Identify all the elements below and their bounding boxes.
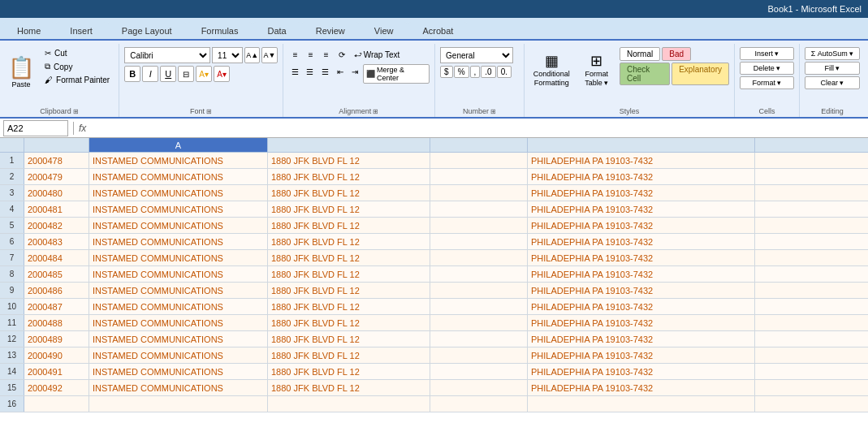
cell-city[interactable]: PHILADEPHIA PA 19103-7432 xyxy=(528,169,755,184)
tab-acrobat[interactable]: Acrobat xyxy=(408,22,467,39)
decrease-font-size-button[interactable]: A▼ xyxy=(261,47,277,63)
col-header-c[interactable] xyxy=(430,138,528,152)
font-name-select[interactable]: Calibri xyxy=(124,47,210,63)
tab-page-layout[interactable]: Page Layout xyxy=(108,22,186,39)
cell-city[interactable]: PHILADEPHIA PA 19103-7432 xyxy=(528,218,755,233)
cell-address[interactable]: 1880 JFK BLVD FL 12 xyxy=(268,364,430,379)
cell-empty[interactable] xyxy=(430,250,528,265)
number-expand-icon[interactable]: ⊞ xyxy=(490,108,496,115)
align-center-button[interactable]: ☰ xyxy=(303,64,317,79)
conditional-formatting-button[interactable]: ▦ ConditionalFormatting xyxy=(529,47,573,93)
cell-city[interactable]: PHILADEPHIA PA 19103-7432 xyxy=(528,185,755,201)
cell-id[interactable]: 2000479 xyxy=(24,169,89,184)
format-painter-button[interactable]: 🖌 Format Painter xyxy=(41,74,114,86)
col-header-a[interactable]: A xyxy=(89,138,268,152)
cell-address[interactable]: 1880 JFK BLVD FL 12 xyxy=(268,153,430,168)
comma-button[interactable]: , xyxy=(470,66,481,78)
fill-button[interactable]: Fill ▾ xyxy=(805,62,860,75)
cell-name[interactable]: INSTAMED COMMUNICATIONS xyxy=(89,153,268,168)
cell-empty[interactable] xyxy=(430,153,528,168)
align-right-button[interactable]: ☰ xyxy=(318,64,332,79)
cell-name[interactable]: INSTAMED COMMUNICATIONS xyxy=(89,218,268,233)
italic-button[interactable]: I xyxy=(142,66,158,82)
cell-name[interactable]: INSTAMED COMMUNICATIONS xyxy=(89,250,268,265)
clear-button[interactable]: Clear ▾ xyxy=(805,76,860,89)
cell-name[interactable]: INSTAMED COMMUNICATIONS xyxy=(89,185,268,201)
tab-home[interactable]: Home xyxy=(3,22,54,39)
cell-address[interactable]: 1880 JFK BLVD FL 12 xyxy=(268,380,430,395)
align-top-left-button[interactable]: ≡ xyxy=(288,47,303,62)
cell-name[interactable]: INSTAMED COMMUNICATIONS xyxy=(89,331,268,347)
insert-cells-button[interactable]: Insert ▾ xyxy=(740,47,794,60)
col-header-d[interactable] xyxy=(528,138,755,152)
cell-empty[interactable] xyxy=(430,299,528,314)
cell-empty[interactable] xyxy=(430,315,528,330)
paste-button[interactable]: 📋 Paste xyxy=(5,47,37,96)
col-header-num[interactable] xyxy=(24,138,89,152)
copy-button[interactable]: ⧉ Copy xyxy=(41,60,114,73)
cell-empty[interactable] xyxy=(430,185,528,201)
font-color-button[interactable]: A▾ xyxy=(214,66,230,82)
check-cell-style-button[interactable]: Check Cell xyxy=(620,63,670,85)
cell-name[interactable]: INSTAMED COMMUNICATIONS xyxy=(89,315,268,330)
cell-id[interactable]: 2000478 xyxy=(24,153,89,168)
cell-address[interactable] xyxy=(268,396,430,412)
cell-name[interactable] xyxy=(89,396,268,412)
cell-city[interactable] xyxy=(528,396,755,412)
cell-id[interactable]: 2000492 xyxy=(24,380,89,395)
angle-text-button[interactable]: ⟳ xyxy=(335,47,349,62)
cell-name[interactable]: INSTAMED COMMUNICATIONS xyxy=(89,299,268,314)
cell-id[interactable]: 2000484 xyxy=(24,250,89,265)
cell-id[interactable]: 2000483 xyxy=(24,234,89,249)
font-size-select[interactable]: 11 xyxy=(212,47,243,63)
cell-empty[interactable] xyxy=(430,380,528,395)
cell-name[interactable]: INSTAMED COMMUNICATIONS xyxy=(89,234,268,249)
cell-name[interactable]: INSTAMED COMMUNICATIONS xyxy=(89,380,268,395)
col-header-b[interactable] xyxy=(268,138,430,152)
cell-address[interactable]: 1880 JFK BLVD FL 12 xyxy=(268,169,430,184)
cell-empty[interactable] xyxy=(430,347,528,363)
cell-city[interactable]: PHILADEPHIA PA 19103-7432 xyxy=(528,153,755,168)
tab-insert[interactable]: Insert xyxy=(56,22,106,39)
cell-city[interactable]: PHILADEPHIA PA 19103-7432 xyxy=(528,283,755,298)
cell-id[interactable]: 2000489 xyxy=(24,331,89,347)
cell-name[interactable]: INSTAMED COMMUNICATIONS xyxy=(89,283,268,298)
currency-button[interactable]: $ xyxy=(440,66,453,78)
cell-address[interactable]: 1880 JFK BLVD FL 12 xyxy=(268,250,430,265)
bold-button[interactable]: B xyxy=(124,66,140,82)
cell-id[interactable]: 2000481 xyxy=(24,201,89,217)
underline-button[interactable]: U xyxy=(160,66,176,82)
cell-empty[interactable] xyxy=(430,234,528,249)
cell-empty[interactable] xyxy=(430,169,528,184)
tab-view[interactable]: View xyxy=(361,22,408,39)
number-format-select[interactable]: General xyxy=(440,47,513,63)
cell-id[interactable]: 2000491 xyxy=(24,364,89,379)
align-top-center-button[interactable]: ≡ xyxy=(304,47,318,62)
cell-name[interactable]: INSTAMED COMMUNICATIONS xyxy=(89,169,268,184)
cell-name[interactable]: INSTAMED COMMUNICATIONS xyxy=(89,266,268,282)
cut-button[interactable]: ✂ Cut xyxy=(41,47,114,59)
cell-name[interactable]: INSTAMED COMMUNICATIONS xyxy=(89,347,268,363)
cell-address[interactable]: 1880 JFK BLVD FL 12 xyxy=(268,347,430,363)
cell-address[interactable]: 1880 JFK BLVD FL 12 xyxy=(268,299,430,314)
cell-id[interactable]: 2000490 xyxy=(24,347,89,363)
cell-city[interactable]: PHILADEPHIA PA 19103-7432 xyxy=(528,331,755,347)
cell-city[interactable]: PHILADEPHIA PA 19103-7432 xyxy=(528,250,755,265)
name-box[interactable] xyxy=(3,120,68,136)
cell-id[interactable]: 2000487 xyxy=(24,299,89,314)
cell-name[interactable]: INSTAMED COMMUNICATIONS xyxy=(89,201,268,217)
normal-style-button[interactable]: Normal xyxy=(620,47,660,61)
cell-city[interactable]: PHILADEPHIA PA 19103-7432 xyxy=(528,234,755,249)
format-cells-button[interactable]: Format ▾ xyxy=(740,76,794,89)
cell-empty[interactable] xyxy=(430,331,528,347)
align-top-right-button[interactable]: ≡ xyxy=(319,47,334,62)
delete-cells-button[interactable]: Delete ▾ xyxy=(740,62,794,75)
cell-empty[interactable] xyxy=(430,364,528,379)
fill-color-button[interactable]: A▾ xyxy=(196,66,212,82)
decrease-decimal-button[interactable]: 0. xyxy=(497,66,512,78)
percent-button[interactable]: % xyxy=(454,66,469,78)
autosum-button[interactable]: Σ AutoSum ▾ xyxy=(805,47,860,60)
wrap-text-button[interactable]: ⮐ Wrap Text xyxy=(350,47,404,62)
cell-empty[interactable] xyxy=(430,266,528,282)
cell-city[interactable]: PHILADEPHIA PA 19103-7432 xyxy=(528,201,755,217)
